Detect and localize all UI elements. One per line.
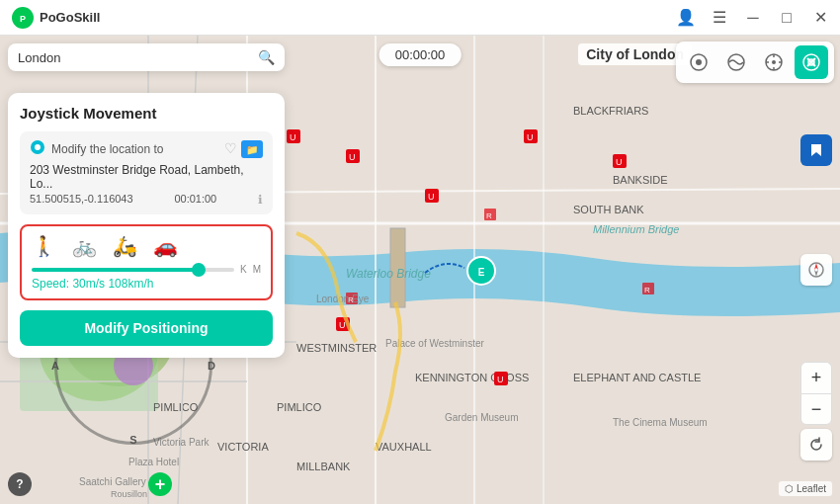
svg-text:U: U — [339, 320, 346, 330]
speed-control-box: 🚶 🚲 🛵 🚗 K M Speed: 30m/s 108km/h — [20, 224, 273, 300]
svg-text:MILLBANK: MILLBANK — [296, 461, 351, 472]
logo-icon: P — [12, 7, 34, 29]
unit-m[interactable]: M — [253, 264, 261, 275]
svg-text:U: U — [527, 132, 534, 142]
add-location-button[interactable]: + — [148, 472, 172, 496]
panel-title: Joystick Movement — [20, 105, 273, 122]
coords-value: 51.500515,-0.116043 — [30, 193, 133, 207]
svg-text:Garden Museum: Garden Museum — [445, 412, 518, 423]
svg-text:VAUXHALL: VAUXHALL — [376, 441, 432, 453]
menu-button[interactable]: ☰ — [704, 2, 735, 34]
svg-text:VICTORIA: VICTORIA — [217, 441, 269, 453]
speed-units: K M — [240, 264, 261, 275]
right-controls — [800, 254, 832, 286]
mode-btn-4[interactable] — [795, 45, 828, 79]
svg-text:U: U — [290, 132, 296, 142]
walk-icon[interactable]: 🚶 — [32, 234, 56, 258]
compass-button[interactable] — [800, 254, 832, 286]
search-icon[interactable]: 🔍 — [258, 49, 275, 65]
zoom-in-button[interactable]: + — [800, 362, 832, 393]
svg-text:The Cinema Museum: The Cinema Museum — [613, 417, 708, 428]
location-actions: ♡ 📁 — [224, 140, 263, 158]
scooter-icon[interactable]: 🛵 — [113, 234, 137, 258]
svg-text:BANKSIDE: BANKSIDE — [613, 174, 668, 186]
location-card: Modify the location to ♡ 📁 203 Westminst… — [20, 131, 273, 214]
help-button[interactable]: ? — [8, 472, 32, 496]
favorite-button[interactable]: ♡ — [224, 140, 237, 158]
zoom-controls: + − — [800, 362, 832, 425]
titlebar: P PoGoSkill 👤 ☰ ─ □ ✕ — [0, 0, 840, 36]
svg-text:U: U — [497, 375, 504, 384]
location-panel: Joystick Movement Modify the location to… — [8, 93, 285, 358]
unit-km[interactable]: K — [240, 264, 247, 275]
city-label: City of London — [578, 43, 692, 65]
location-label: Modify the location to — [51, 142, 218, 156]
svg-text:P: P — [20, 14, 26, 24]
svg-point-81 — [35, 144, 41, 150]
timer-display: 00:00:00 — [379, 43, 462, 66]
leaflet-badge: ⬡ Leaflet — [779, 481, 832, 496]
svg-marker-78 — [814, 263, 818, 270]
joystick-south: S — [129, 434, 136, 446]
mode-btn-1[interactable] — [682, 45, 715, 79]
svg-text:KENNINGTON CROSS: KENNINGTON CROSS — [415, 372, 529, 383]
location-icon — [30, 139, 45, 159]
profile-button[interactable]: 👤 — [670, 2, 702, 34]
svg-text:London Eye: London Eye — [316, 294, 370, 304]
speed-slider[interactable] — [32, 268, 234, 272]
modify-positioning-button[interactable]: Modify Positioning — [20, 310, 273, 346]
folder-icon: 📁 — [246, 144, 258, 155]
transport-icons: 🚶 🚲 🛵 🚗 — [32, 234, 261, 258]
svg-text:U: U — [428, 192, 435, 202]
app-title: PoGoSkill — [40, 10, 100, 25]
bookmark-button[interactable] — [800, 134, 832, 166]
location-header: Modify the location to ♡ 📁 — [30, 139, 263, 159]
mode-btn-2[interactable] — [719, 45, 753, 79]
speed-prefix: Speed: — [32, 277, 72, 291]
svg-text:U: U — [616, 157, 623, 167]
svg-text:BLACKFRIARS: BLACKFRIARS — [573, 105, 648, 117]
svg-text:ELEPHANT AND CASTLE: ELEPHANT AND CASTLE — [573, 372, 701, 383]
location-coords: 51.500515,-0.116043 00:01:00 ℹ — [30, 193, 263, 207]
window-controls: 👤 ☰ ─ □ ✕ — [670, 2, 840, 34]
speed-value: 30m/s 108km/h — [72, 277, 153, 291]
location-address: 203 Westminster Bridge Road, Lambeth, Lo… — [30, 163, 263, 191]
svg-text:U: U — [349, 152, 356, 162]
svg-text:WESTMINSTER: WESTMINSTER — [296, 342, 377, 354]
svg-text:R: R — [644, 286, 650, 294]
search-bar: 🔍 — [8, 43, 285, 71]
maximize-button[interactable]: □ — [771, 2, 802, 34]
svg-text:Rousillon: Rousillon — [111, 489, 147, 499]
info-icon[interactable]: ℹ — [258, 193, 263, 207]
mode-buttons-panel — [676, 42, 834, 83]
svg-text:R: R — [486, 211, 492, 220]
svg-text:E: E — [478, 267, 485, 278]
speed-slider-row: K M — [32, 264, 261, 275]
zoom-out-button[interactable]: − — [800, 393, 832, 425]
svg-text:Millennium Bridge: Millennium Bridge — [593, 223, 679, 235]
svg-text:SOUTH BANK: SOUTH BANK — [573, 204, 644, 215]
minimize-button[interactable]: ─ — [737, 2, 769, 34]
joystick-west: A — [51, 360, 59, 372]
timer-value: 00:00:00 — [395, 47, 446, 62]
folder-button[interactable]: 📁 — [241, 140, 263, 158]
car-icon[interactable]: 🚗 — [153, 234, 178, 258]
joystick-east: D — [208, 360, 215, 372]
svg-point-67 — [696, 59, 702, 65]
bike-icon[interactable]: 🚲 — [72, 234, 97, 258]
svg-text:Plaza Hotel: Plaza Hotel — [128, 457, 179, 467]
svg-marker-79 — [814, 270, 818, 277]
search-input[interactable] — [18, 50, 252, 65]
svg-text:PIMLICO: PIMLICO — [277, 401, 322, 413]
svg-text:Waterloo Bridge: Waterloo Bridge — [346, 267, 431, 281]
app-logo: P PoGoSkill — [0, 7, 112, 29]
close-button[interactable]: ✕ — [804, 2, 836, 34]
speed-label: Speed: 30m/s 108km/h — [32, 277, 261, 291]
refresh-button[interactable] — [800, 429, 832, 461]
svg-text:Saatchi Gallery: Saatchi Gallery — [79, 476, 146, 487]
location-time: 00:01:00 — [174, 193, 216, 207]
svg-point-70 — [772, 60, 776, 64]
mode-btn-3[interactable] — [757, 45, 791, 79]
